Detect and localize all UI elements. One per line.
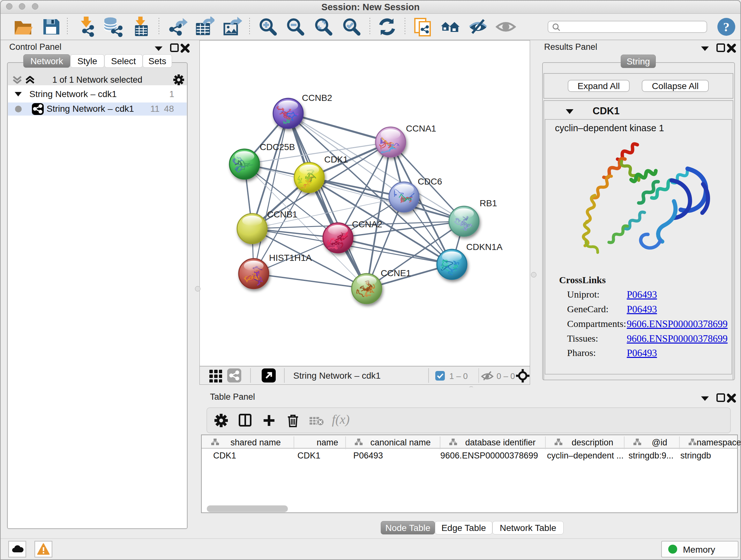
svg-text:RB1: RB1 [480,198,497,208]
svg-text:CDC6: CDC6 [418,177,442,186]
svg-text:CCNA2: CCNA2 [352,219,382,229]
svg-text:CDKN1A: CDKN1A [466,242,502,252]
svg-text:CCNE1: CCNE1 [381,268,411,278]
svg-text:CCNA1: CCNA1 [406,124,436,133]
svg-text:CDK1: CDK1 [324,154,348,165]
svg-text:CDC25B: CDC25B [260,142,295,152]
svg-text:?: ? [723,20,730,34]
svg-text:HIST1H1A: HIST1H1A [269,253,312,263]
svg-text:CCNB2: CCNB2 [302,93,332,103]
svg-text:CCNB1: CCNB1 [267,209,297,219]
